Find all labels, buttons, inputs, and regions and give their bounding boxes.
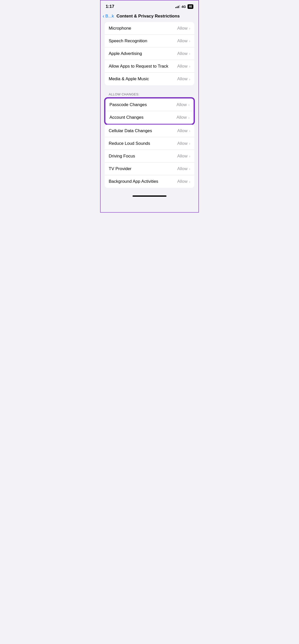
chevron-right-icon: › — [189, 64, 190, 68]
chevron-right-icon: › — [189, 77, 190, 81]
media-apple-music-value: Allow › — [177, 76, 190, 82]
signal-icon — [175, 5, 180, 8]
chevron-right-icon: › — [189, 51, 190, 56]
allow-apps-track-row[interactable]: Allow Apps to Request to Track Allow › — [105, 60, 194, 73]
tv-provider-row[interactable]: TV Provider Allow › — [105, 163, 194, 175]
account-changes-value: Allow › — [176, 115, 190, 120]
chevron-right-icon: › — [189, 154, 190, 158]
tv-provider-label: TV Provider — [109, 166, 177, 171]
chevron-right-icon: › — [189, 26, 190, 30]
chevron-right-icon: › — [189, 39, 190, 43]
speech-recognition-value: Allow › — [177, 38, 190, 44]
speech-recognition-label: Speech Recognition — [109, 38, 177, 44]
chevron-right-icon: › — [188, 103, 190, 107]
background-app-activities-row[interactable]: Background App Activities Allow › — [105, 175, 194, 188]
microphone-label: Microphone — [109, 26, 177, 31]
apple-advertising-label: Apple Advertising — [109, 51, 177, 56]
back-button[interactable]: ‹ B...k — [103, 13, 114, 19]
chevron-right-icon: › — [189, 179, 190, 184]
driving-focus-label: Driving Focus — [109, 154, 177, 159]
reduce-loud-sounds-row[interactable]: Reduce Loud Sounds Allow › — [105, 137, 194, 150]
driving-focus-row[interactable]: Driving Focus Allow › — [105, 150, 194, 163]
driving-focus-value: Allow › — [177, 154, 190, 159]
allow-apps-track-label: Allow Apps to Request to Track — [109, 64, 177, 69]
media-apple-music-row[interactable]: Media & Apple Music Allow › — [105, 73, 194, 85]
passcode-changes-label: Passcode Changes — [109, 102, 176, 107]
home-indicator — [101, 193, 198, 199]
background-app-activities-value: Allow › — [177, 179, 190, 184]
status-time: 1:17 — [106, 4, 114, 9]
highlighted-changes-group: Passcode Changes Allow › Account Changes… — [105, 98, 194, 125]
tv-provider-value: Allow › — [177, 166, 190, 171]
microphone-value: Allow › — [177, 26, 190, 31]
status-icons: 4G 46 — [175, 4, 193, 9]
privacy-settings-group: Microphone Allow › Speech Recognition Al… — [105, 22, 194, 85]
cellular-data-changes-row[interactable]: Cellular Data Changes Allow › — [105, 125, 194, 137]
reduce-loud-sounds-value: Allow › — [177, 141, 190, 146]
account-changes-label: Account Changes — [109, 115, 176, 120]
reduce-loud-sounds-label: Reduce Loud Sounds — [109, 141, 177, 146]
passcode-changes-value: Allow › — [176, 102, 190, 107]
battery-indicator: 46 — [188, 4, 193, 9]
page-title: Content & Privacy Restrictions — [117, 14, 194, 19]
status-bar: 1:17 4G 46 — [101, 1, 198, 11]
nav-header: ‹ B...k Content & Privacy Restrictions — [101, 11, 198, 22]
apple-advertising-value: Allow › — [177, 51, 190, 56]
apple-advertising-row[interactable]: Apple Advertising Allow › — [105, 47, 194, 60]
cellular-data-changes-label: Cellular Data Changes — [109, 128, 177, 133]
chevron-right-icon: › — [189, 141, 190, 146]
cellular-data-changes-value: Allow › — [177, 128, 190, 133]
network-label: 4G — [181, 5, 186, 9]
chevron-right-icon: › — [188, 115, 190, 120]
media-apple-music-label: Media & Apple Music — [109, 76, 177, 82]
back-label: B...k — [105, 14, 114, 19]
speech-recognition-row[interactable]: Speech Recognition Allow › — [105, 35, 194, 47]
allow-changes-header: ALLOW CHANGES: — [101, 90, 198, 98]
chevron-right-icon: › — [189, 129, 190, 133]
remaining-changes-group: Cellular Data Changes Allow › Reduce Lou… — [105, 125, 194, 188]
back-chevron-icon: ‹ — [103, 13, 104, 19]
chevron-right-icon: › — [189, 167, 190, 171]
allow-apps-track-value: Allow › — [177, 64, 190, 69]
passcode-changes-row[interactable]: Passcode Changes Allow › — [105, 98, 194, 111]
home-bar — [133, 195, 166, 197]
account-changes-row[interactable]: Account Changes Allow › — [105, 111, 194, 124]
microphone-row[interactable]: Microphone Allow › — [105, 22, 194, 35]
background-app-activities-label: Background App Activities — [109, 179, 177, 184]
